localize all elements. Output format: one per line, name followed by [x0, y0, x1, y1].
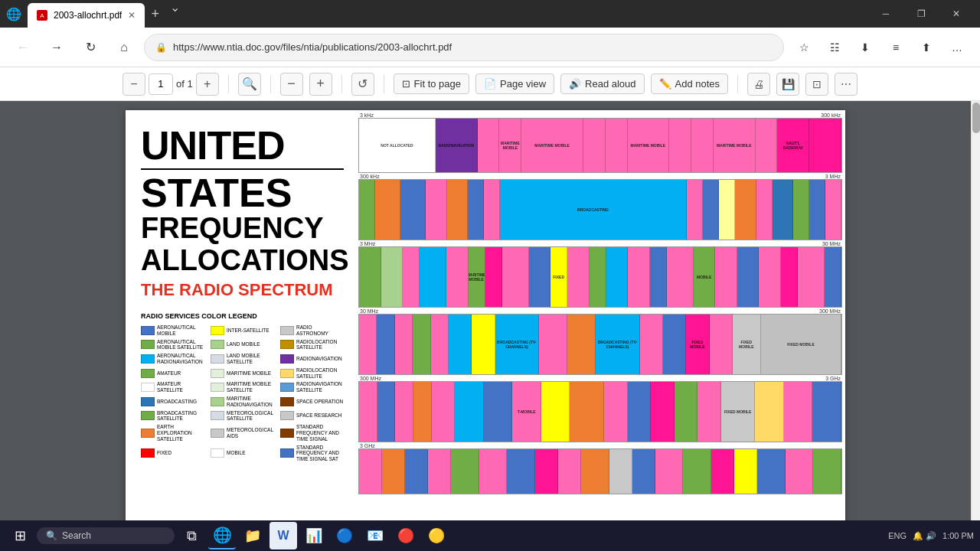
pdf-prev-page[interactable]: −: [122, 73, 145, 96]
add-notes-button[interactable]: ✏️ Add notes: [651, 73, 729, 94]
legend-item: RADIO ASTRONOMY: [280, 324, 344, 337]
url-bar[interactable]: 🔒 https://www.ntia.doc.gov/files/ntia/pu…: [144, 34, 784, 61]
new-tab-button[interactable]: +: [145, 0, 165, 28]
band-segment: [719, 180, 735, 240]
tab-area: A 2003-allochrt.pdf ✕ + ⌄: [28, 0, 862, 28]
fit-to-page-button[interactable]: ⊡ Fit to page: [394, 73, 469, 94]
legend-item: FIXED: [141, 445, 204, 462]
reading-view-button[interactable]: ≡: [882, 34, 910, 61]
band-segment: [609, 449, 632, 494]
band-segment: [651, 382, 675, 442]
close-window-button[interactable]: ✕: [939, 0, 974, 28]
legend-label: MARITIME RADIONAVIGATION: [227, 396, 274, 408]
taskbar-app4[interactable]: 🟡: [423, 522, 450, 549]
band-segment: [539, 315, 567, 374]
legend-label: LAND MOBILE: [227, 341, 260, 347]
task-view-button[interactable]: ⧉: [178, 522, 205, 549]
pdf-page-input[interactable]: [149, 73, 173, 95]
start-button[interactable]: ⊞: [6, 522, 34, 549]
clock-time: 1:00 PM: [942, 531, 974, 540]
pdf-search-button[interactable]: 🔍: [238, 73, 261, 96]
scrollbar-thumb[interactable]: [972, 103, 980, 133]
band-segment: [507, 449, 535, 494]
band-segment: [455, 382, 484, 442]
refresh-button[interactable]: ↻: [77, 34, 104, 61]
legend-item: MARITIME MOBILE: [211, 367, 274, 380]
taskbar-mail[interactable]: 📧: [361, 522, 389, 549]
legend-swatch: [280, 369, 294, 378]
immersive-button[interactable]: ⊡: [805, 73, 828, 96]
band-segment: [640, 315, 663, 374]
band-segment: [606, 247, 629, 307]
taskbar-edge[interactable]: 🌐: [208, 522, 236, 549]
tab-overflow-button[interactable]: ⌄: [165, 0, 185, 28]
vertical-scrollbar[interactable]: [971, 101, 980, 551]
band-segment-label: FIXED MOBILE: [787, 342, 815, 347]
taskbar-app2[interactable]: 🔵: [331, 522, 358, 549]
page-view-button[interactable]: 📄 Page view: [475, 73, 554, 94]
band-segment-label: MARITIME MOBILE: [534, 143, 570, 148]
download-button[interactable]: ⬇: [851, 34, 879, 61]
page-view-label: Page view: [500, 78, 546, 90]
home-button[interactable]: ⌂: [110, 34, 138, 61]
legend-label: RADIONAVIGATION: [296, 356, 342, 362]
legend-label: AMATEUR: [157, 370, 181, 377]
band-segment: MARITIME MOBILE: [469, 247, 485, 307]
share-button[interactable]: ⬆: [913, 34, 940, 61]
band-segment: NAUT'L RADIONAV: [777, 119, 809, 172]
back-button[interactable]: ←: [9, 34, 37, 61]
pdf-zoom-out[interactable]: −: [280, 73, 303, 96]
save-button[interactable]: 💾: [776, 73, 799, 96]
left-panel: UNITED STATES FREQUENCY ALLOCATIONS THE …: [126, 110, 355, 551]
band-segment: [570, 382, 603, 442]
legend-item: AMATEUR SATELLITE: [141, 381, 204, 393]
collections-button[interactable]: ☷: [821, 34, 848, 61]
legend-label: AERONAUTICAL RADIONAVIGATION: [157, 353, 204, 365]
band-segment: BROADCASTING (TV-CHANNELS): [596, 315, 640, 374]
band-segment: [359, 315, 377, 374]
close-tab-button[interactable]: ✕: [128, 10, 136, 21]
legend-swatch: [141, 411, 155, 420]
legend-swatch: [280, 326, 294, 335]
maximize-button[interactable]: ❐: [903, 0, 939, 28]
taskbar-app3[interactable]: 🔴: [392, 522, 420, 549]
search-label: Search: [62, 530, 91, 541]
lock-icon: 🔒: [155, 42, 167, 53]
band-segment-label: BROADCASTING (TV-CHANNELS): [596, 340, 639, 349]
freq-label-right: 300 MHz: [819, 308, 841, 314]
band-segment: [825, 247, 841, 307]
minimize-button[interactable]: ─: [868, 0, 903, 28]
legend-swatch: [211, 397, 224, 406]
legend-label: MARITIME MOBILE SATELLITE: [227, 381, 274, 393]
band-segment: [484, 382, 513, 442]
pdf-rotate[interactable]: ↺: [351, 73, 374, 96]
legend-swatch: [280, 448, 294, 458]
favorites-button[interactable]: ☆: [790, 34, 818, 61]
taskbar-search[interactable]: 🔍 Search: [37, 527, 175, 544]
band-segment: [669, 119, 691, 172]
read-aloud-button[interactable]: 🔊 Read aloud: [560, 73, 645, 94]
more-tools-button[interactable]: ⋯: [835, 73, 858, 96]
pdf-next-page[interactable]: +: [196, 73, 219, 96]
legend-swatch: [141, 383, 155, 392]
taskbar-word[interactable]: W: [270, 522, 297, 549]
band-segment: [468, 180, 484, 240]
active-tab[interactable]: A 2003-allochrt.pdf ✕: [28, 3, 145, 28]
legend-label: METEOROLOGICAL SATELLITE: [227, 410, 274, 422]
taskbar-explorer[interactable]: 📁: [239, 522, 266, 549]
legend-label: BROADCASTING: [157, 399, 197, 405]
spectrum-band-row: NOT ALLOCATEDRADIONAVIGATIONMARITIME MOB…: [358, 118, 842, 173]
pdf-zoom-in[interactable]: +: [309, 73, 332, 96]
read-aloud-icon: 🔊: [569, 78, 581, 90]
print-button[interactable]: 🖨: [747, 73, 770, 96]
freq-label-row: 3 kHz300 kHz: [358, 112, 842, 118]
band-segment: [734, 449, 757, 494]
taskbar-powerpoint[interactable]: 📊: [300, 522, 328, 549]
forward-button[interactable]: →: [43, 34, 70, 61]
band-segment: [485, 247, 502, 307]
band-segment: [558, 449, 581, 494]
band-segment-label: FIXED MOBILE: [687, 340, 707, 349]
legend-item: RADIOLOCATION SATELLITE: [280, 367, 344, 380]
more-button[interactable]: …: [943, 34, 971, 61]
legend-item: STANDARD FREQUENCY AND TIME SIGNAL SAT: [280, 445, 344, 462]
